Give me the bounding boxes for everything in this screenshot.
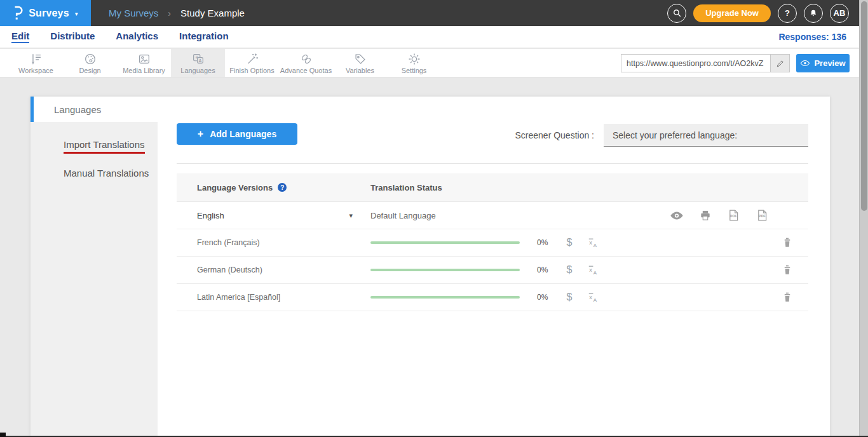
languages-sidebar: Languages Import Translations Manual Tra… [31, 97, 158, 437]
preview-label: Preview [814, 58, 845, 68]
pencil-icon [776, 59, 785, 68]
delete-language-icon[interactable] [782, 264, 792, 276]
tab-analytics[interactable]: Analytics [116, 30, 158, 43]
search-button[interactable] [667, 4, 686, 23]
screener-question-label: Screener Question : [515, 130, 594, 140]
help-icon: ? [785, 8, 790, 18]
paid-translation-icon[interactable]: $ [565, 264, 574, 276]
header-translation-status: Translation Status [370, 183, 808, 192]
notifications-button[interactable] [804, 4, 823, 23]
breadcrumb-current-survey: Study Example [180, 8, 245, 18]
translation-progress-bar [370, 269, 520, 271]
magic-wand-icon [245, 52, 259, 66]
language-versions-help-icon[interactable]: ? [278, 183, 287, 192]
translation-progress-bar [370, 296, 520, 299]
upgrade-now-label: Upgrade Now [705, 8, 759, 18]
responses-count-link[interactable]: Responses: 136 [778, 32, 868, 42]
tab-distribute[interactable]: Distribute [50, 30, 95, 43]
tab-integration[interactable]: Integration [179, 30, 229, 43]
german-status-cell: 0% $ x A [370, 264, 808, 276]
paid-translation-icon[interactable]: $ [565, 237, 574, 248]
breadcrumb-separator: › [168, 8, 171, 18]
toolbar-label-media-library: Media Library [123, 67, 165, 74]
table-row-german: German (Deutsch) 0% $ x A [177, 257, 808, 284]
breadcrumb-my-surveys[interactable]: My Surveys [109, 8, 158, 18]
toolbar-label-finish-options: Finish Options [229, 67, 274, 74]
language-versions-label: Language Versions [197, 183, 273, 192]
print-icon[interactable] [699, 209, 712, 222]
toolbar-item-languages[interactable]: ✳ A Languages [171, 49, 225, 77]
default-language-status-cell: Default Language [370, 208, 808, 222]
toolbar-label-languages: Languages [180, 67, 215, 74]
edit-url-button[interactable] [770, 55, 789, 72]
paid-translation-icon[interactable]: $ [565, 292, 574, 303]
translate-icon[interactable]: x A [587, 291, 599, 304]
page-scrollbar[interactable] [859, 0, 868, 437]
translation-percent: 0% [537, 238, 553, 247]
add-languages-label: Add Languages [210, 129, 276, 139]
languages-panel: Languages Import Translations Manual Tra… [31, 97, 830, 437]
toolbar-label-design: Design [79, 67, 100, 74]
toolbar-item-design[interactable]: Design [63, 49, 117, 77]
svg-text:x: x [589, 267, 592, 273]
header-language-versions: Language Versions ? [177, 183, 370, 192]
sidebar-item-import-translations[interactable]: Import Translations [31, 132, 158, 161]
add-languages-button[interactable]: + Add Languages [177, 123, 297, 145]
survey-nav: Edit Distribute Analytics Integration Re… [0, 26, 868, 48]
survey-url-box [621, 54, 790, 72]
breadcrumb: My Surveys › Study Example [109, 8, 245, 18]
svg-text:A: A [593, 270, 597, 276]
languages-main: + Add Languages Screener Question : Sele… [158, 97, 830, 437]
toolbar-label-variables: Variables [346, 67, 374, 74]
upgrade-now-button[interactable]: Upgrade Now [693, 4, 771, 22]
avatar[interactable]: AB [830, 4, 849, 23]
preview-button[interactable]: Preview [796, 54, 850, 72]
chevron-down-icon: ▾ [75, 10, 78, 17]
export-doc-icon[interactable]: DOC [727, 208, 740, 222]
svg-text:A: A [198, 58, 201, 62]
toolbar-label-advance-quotas: Advance Quotas [280, 67, 332, 74]
toolbar-item-workspace[interactable]: Workspace [9, 49, 63, 77]
eye-icon [800, 59, 810, 67]
survey-url-input[interactable] [621, 55, 770, 72]
translate-icon[interactable]: x A [587, 264, 599, 276]
sidebar-title-label: Languages [54, 104, 101, 115]
chevron-down-icon: ▾ [349, 212, 353, 220]
pdf-label: PDF [759, 214, 766, 218]
toolbar-item-variables[interactable]: Variables [333, 49, 387, 77]
translation-progress-bar [370, 241, 520, 244]
toolbar-label-workspace: Workspace [18, 67, 53, 74]
help-button[interactable]: ? [778, 4, 797, 23]
tab-edit[interactable]: Edit [11, 30, 29, 43]
toolbar-item-settings[interactable]: Settings [387, 49, 441, 77]
toolbar-item-advance-quotas[interactable]: Advance Quotas [279, 49, 333, 77]
screener-question-select[interactable]: Select your preferred language: [604, 124, 808, 147]
latin-america-name-cell: Latin America [Español] [177, 293, 370, 302]
survey-nav-tabs: Edit Distribute Analytics Integration [0, 30, 229, 43]
sidebar-item-manual-translations[interactable]: Manual Translations [31, 161, 158, 185]
svg-text:x: x [589, 294, 592, 300]
default-language-dropdown[interactable]: English ▾ [177, 211, 370, 220]
translate-icon[interactable]: x A [587, 236, 599, 249]
media-library-icon [137, 52, 151, 66]
view-eye-icon[interactable] [670, 211, 684, 220]
screener-question-value: Select your preferred language: [613, 130, 737, 140]
workspace-icon [29, 52, 43, 66]
delete-language-icon[interactable] [782, 237, 792, 248]
doc-label: DOC [729, 214, 737, 218]
delete-language-icon[interactable] [782, 292, 792, 303]
table-row-default-language: English ▾ Default Language [177, 202, 808, 229]
scrollbar-thumb[interactable] [861, 1, 867, 211]
bell-icon [808, 8, 818, 18]
manual-translations-label: Manual Translations [64, 168, 149, 178]
product-menu-button[interactable]: Surveys ▾ [0, 0, 91, 26]
default-language-name: English [197, 211, 224, 220]
toolbar-item-media-library[interactable]: Media Library [117, 49, 171, 77]
chain-links-icon [299, 52, 313, 66]
translation-percent: 0% [537, 293, 553, 302]
export-pdf-icon[interactable]: PDF [756, 208, 769, 222]
toolbar-label-settings: Settings [402, 67, 427, 74]
svg-text:A: A [593, 243, 597, 248]
toolbar-item-finish-options[interactable]: Finish Options [225, 49, 279, 77]
svg-text:x: x [589, 239, 592, 246]
